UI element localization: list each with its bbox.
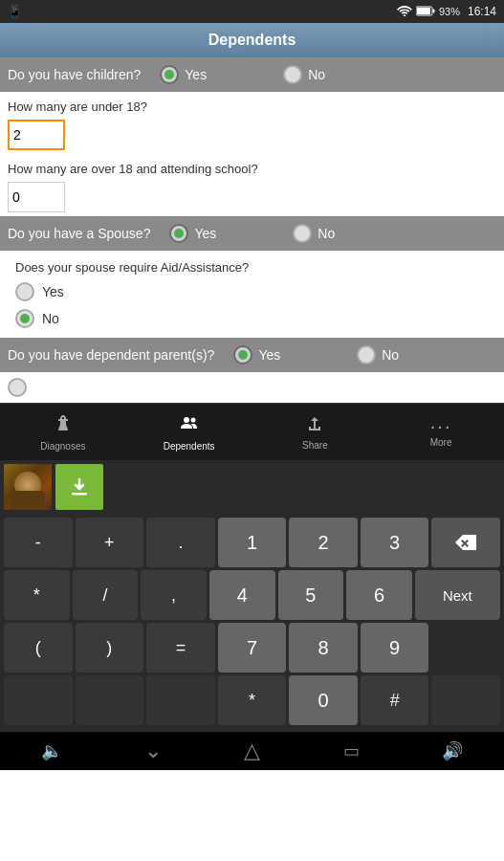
nav-dependents[interactable]: Dependents — [126, 404, 252, 460]
spouse-yes-radio[interactable] — [169, 224, 188, 243]
svg-point-0 — [404, 14, 405, 16]
page-title: Dependents — [208, 32, 296, 49]
kb-6[interactable]: 6 — [346, 570, 412, 620]
time-display: 16:14 — [468, 5, 496, 18]
share-icon — [304, 414, 325, 438]
nav-dependents-label: Dependents — [164, 441, 215, 452]
parents-question-row: Do you have dependent parent(s)? Yes No — [0, 338, 504, 372]
kb-next[interactable]: Next — [415, 570, 500, 620]
spouse-no-radio[interactable] — [293, 224, 312, 243]
parents-section: Do you have dependent parent(s)? Yes No — [0, 338, 504, 403]
under18-container: How many are under 18? — [0, 92, 504, 154]
kb-equals[interactable]: = — [146, 623, 215, 673]
home-btn[interactable]: △ — [244, 739, 260, 763]
kb-minus[interactable]: - — [4, 518, 73, 567]
download-button[interactable] — [55, 464, 103, 510]
kb-star[interactable]: * — [218, 675, 287, 725]
spouse-section: Do you have a Spouse? Yes No Does your s… — [0, 216, 504, 338]
diagnoses-icon — [52, 413, 75, 439]
children-no-option[interactable]: No — [283, 65, 325, 84]
over18-input[interactable] — [8, 182, 65, 212]
under18-label: How many are under 18? — [8, 96, 496, 118]
children-question-row: Do you have children? Yes No — [0, 57, 504, 92]
kb-row-4: * 0 # — [4, 675, 500, 725]
svg-rect-3 — [432, 9, 434, 12]
keyboard: - + . 1 2 3 * / , 4 5 6 Next ( ) = 7 8 9… — [0, 514, 504, 732]
kb-empty-1 — [4, 675, 73, 725]
kb-close-paren[interactable]: ) — [76, 623, 144, 673]
kb-open-paren[interactable]: ( — [4, 623, 73, 673]
children-yes-radio[interactable] — [160, 65, 179, 84]
dependents-icon — [178, 413, 201, 439]
spouse-question-row: Do you have a Spouse? Yes No — [0, 216, 504, 251]
aid-no-option[interactable]: No — [15, 305, 489, 332]
nav-diagnoses-label: Diagnoses — [40, 441, 85, 452]
kb-asterisk-sym[interactable]: * — [4, 570, 70, 620]
aid-yes-option[interactable]: Yes — [15, 278, 489, 305]
parents-no-radio[interactable] — [357, 345, 376, 364]
spouse-yes-option[interactable]: Yes — [169, 224, 216, 243]
kb-9[interactable]: 9 — [361, 623, 429, 673]
spouse-question: Do you have a Spouse? — [8, 226, 150, 241]
bottom-nav: Diagnoses Dependents Share ··· More — [0, 403, 504, 460]
svg-point-7 — [190, 417, 195, 422]
volume-down-btn[interactable]: 🔈 — [41, 740, 62, 762]
parents-no-option[interactable]: No — [357, 345, 399, 364]
aid-subsection: Does your spouse require Aid/Assistance?… — [0, 251, 504, 338]
aid-no-label: No — [42, 311, 59, 326]
thumbnail-strip — [0, 460, 504, 514]
kb-5[interactable]: 5 — [278, 570, 344, 620]
kb-row-2: * / , 4 5 6 Next — [4, 570, 500, 620]
nav-share[interactable]: Share — [252, 404, 379, 460]
kb-slash[interactable]: / — [73, 570, 139, 620]
svg-rect-5 — [61, 425, 64, 427]
spouse-no-label: No — [318, 226, 335, 241]
download-icon — [68, 475, 91, 498]
kb-comma[interactable]: , — [141, 570, 207, 620]
parents-question: Do you have dependent parent(s)? — [8, 347, 214, 363]
kb-4[interactable]: 4 — [209, 570, 275, 620]
svg-rect-4 — [60, 424, 62, 429]
kb-1[interactable]: 1 — [218, 518, 287, 567]
children-yes-option[interactable]: Yes — [160, 65, 207, 84]
kb-7[interactable]: 7 — [218, 623, 287, 673]
under18-input[interactable] — [8, 120, 65, 150]
kb-0[interactable]: 0 — [289, 675, 358, 725]
children-no-label: No — [308, 67, 325, 82]
kb-3[interactable]: 3 — [361, 518, 429, 567]
parents-yes-option[interactable]: Yes — [233, 345, 280, 364]
svg-rect-2 — [417, 8, 430, 14]
kb-2[interactable]: 2 — [289, 518, 358, 567]
children-section: Do you have children? Yes No How many ar… — [0, 57, 504, 216]
more-icon: ··· — [430, 416, 452, 435]
back-btn[interactable]: ⌄ — [144, 739, 162, 763]
nav-share-label: Share — [302, 440, 328, 451]
children-question: Do you have children? — [8, 67, 141, 82]
spouse-no-option[interactable]: No — [293, 224, 335, 243]
volume-up-btn[interactable]: 🔊 — [442, 740, 463, 762]
aid-yes-radio[interactable] — [15, 282, 34, 301]
over18-label: How many are over 18 and attending schoo… — [8, 158, 496, 180]
partial-radio[interactable] — [8, 378, 27, 397]
parents-no-label: No — [382, 347, 399, 363]
parents-yes-radio[interactable] — [233, 345, 252, 364]
system-nav: 🔈 ⌄ △ ▭ 🔊 — [0, 732, 504, 770]
kb-empty-2 — [76, 675, 144, 725]
kb-backspace[interactable] — [431, 518, 500, 567]
kb-dot[interactable]: . — [146, 518, 215, 567]
children-yes-label: Yes — [185, 67, 207, 82]
children-no-radio[interactable] — [283, 65, 302, 84]
thumbnail-image — [4, 464, 52, 510]
kb-empty-3 — [146, 675, 215, 725]
nav-diagnoses[interactable]: Diagnoses — [0, 404, 126, 460]
aid-no-radio[interactable] — [15, 309, 34, 328]
thumbnail-item[interactable] — [4, 464, 52, 510]
kb-8[interactable]: 8 — [289, 623, 358, 673]
nav-more-label: More — [430, 437, 452, 448]
recents-btn[interactable]: ▭ — [343, 740, 360, 762]
kb-plus[interactable]: + — [76, 518, 144, 567]
nav-more[interactable]: ··· More — [378, 404, 504, 460]
parents-yes-label: Yes — [258, 347, 280, 363]
aid-label: Does your spouse require Aid/Assistance? — [15, 256, 489, 278]
kb-hash[interactable]: # — [361, 675, 429, 725]
